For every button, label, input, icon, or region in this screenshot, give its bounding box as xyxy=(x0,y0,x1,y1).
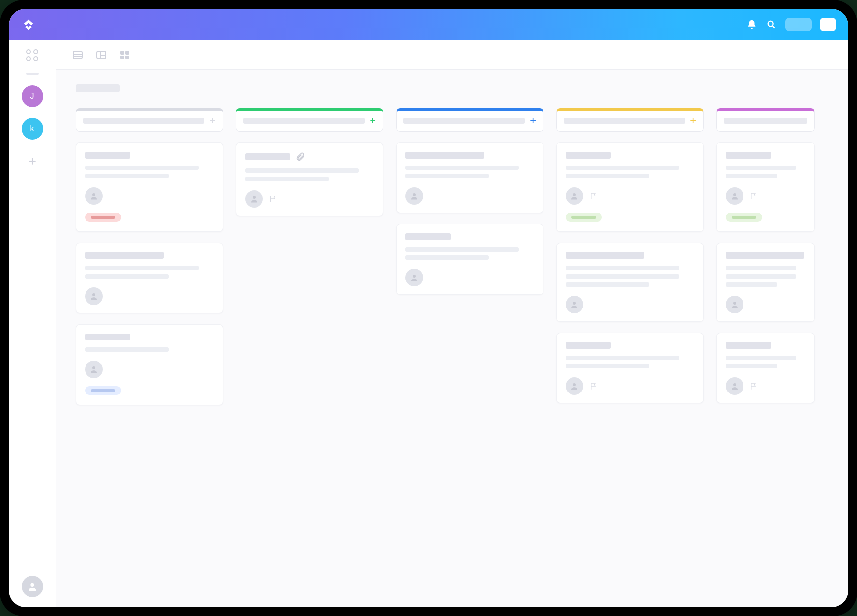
column-title-placeholder xyxy=(83,118,204,124)
list-view-button[interactable] xyxy=(71,48,85,62)
card-title-placeholder xyxy=(405,233,451,240)
board-icon xyxy=(95,49,107,61)
search-button[interactable] xyxy=(766,19,777,30)
task-card[interactable] xyxy=(396,142,543,213)
task-card[interactable] xyxy=(716,243,815,322)
assignee-avatar[interactable] xyxy=(405,269,423,286)
card-desc-placeholder xyxy=(726,266,796,270)
task-card[interactable] xyxy=(716,333,815,403)
add-workspace-button[interactable] xyxy=(22,150,43,172)
assignee-avatar[interactable] xyxy=(245,190,263,208)
svg-point-26 xyxy=(733,383,736,386)
card-tag xyxy=(85,386,121,395)
svg-point-16 xyxy=(92,293,95,296)
priority-flag xyxy=(749,192,758,200)
task-card[interactable] xyxy=(76,324,223,405)
card-desc-placeholder xyxy=(405,166,519,170)
svg-point-19 xyxy=(413,193,416,196)
flag-icon xyxy=(749,382,758,391)
task-card[interactable] xyxy=(396,224,543,295)
topbar-pill[interactable] xyxy=(785,18,812,31)
card-desc-placeholder xyxy=(566,274,679,279)
svg-point-24 xyxy=(733,193,736,196)
card-desc-placeholder xyxy=(726,364,777,368)
add-card-button[interactable]: + xyxy=(209,115,216,126)
user-icon xyxy=(410,192,419,200)
card-desc-placeholder xyxy=(726,274,796,279)
add-card-button[interactable]: + xyxy=(530,115,536,126)
card-desc-placeholder xyxy=(566,174,649,178)
card-title-placeholder xyxy=(85,334,130,340)
assignee-avatar[interactable] xyxy=(566,377,583,395)
task-card[interactable] xyxy=(76,243,223,313)
card-desc-placeholder xyxy=(85,174,169,178)
flag-icon xyxy=(589,192,598,200)
user-icon xyxy=(570,382,579,391)
assignee-avatar[interactable] xyxy=(405,187,423,205)
list-icon xyxy=(72,49,84,61)
grid-view-button[interactable] xyxy=(118,48,132,62)
task-card[interactable] xyxy=(556,333,704,403)
column-title-placeholder xyxy=(724,118,807,124)
dot-icon xyxy=(33,56,38,61)
card-desc-placeholder xyxy=(85,166,199,170)
board-view-button[interactable] xyxy=(94,48,108,62)
card-desc-placeholder xyxy=(405,174,489,178)
assignee-avatar[interactable] xyxy=(85,287,103,305)
user-icon xyxy=(730,300,739,309)
task-card[interactable] xyxy=(236,142,383,216)
card-tag xyxy=(85,213,121,222)
assignee-avatar[interactable] xyxy=(85,361,103,378)
grid-icon xyxy=(119,49,131,61)
current-user-avatar[interactable] xyxy=(22,576,43,597)
column-header[interactable]: + xyxy=(236,108,383,132)
notifications-button[interactable] xyxy=(746,19,758,30)
card-desc-placeholder xyxy=(85,347,169,352)
workspace-initial: k xyxy=(30,124,34,133)
workspace-initial: J xyxy=(30,92,34,101)
card-desc-placeholder xyxy=(245,177,329,181)
svg-point-0 xyxy=(768,21,773,27)
card-tag xyxy=(566,213,602,222)
assignee-avatar[interactable] xyxy=(566,187,583,205)
topbar-button[interactable] xyxy=(820,18,836,31)
assignee-avatar[interactable] xyxy=(85,187,103,205)
user-icon xyxy=(89,365,98,374)
card-title-placeholder xyxy=(85,152,130,159)
main-area: ++++ xyxy=(56,40,848,607)
user-icon xyxy=(570,192,579,200)
task-card[interactable] xyxy=(716,142,815,232)
card-desc-placeholder xyxy=(405,255,489,260)
add-card-button[interactable]: + xyxy=(370,115,376,126)
task-card[interactable] xyxy=(556,142,704,232)
add-card-button[interactable]: + xyxy=(690,115,696,126)
assignee-avatar[interactable] xyxy=(726,187,743,205)
column-header[interactable]: + xyxy=(556,108,704,132)
user-icon xyxy=(730,192,739,200)
column-title-placeholder xyxy=(564,118,685,124)
card-title-placeholder xyxy=(726,152,771,159)
app-body: J k xyxy=(9,40,848,607)
assignee-avatar[interactable] xyxy=(566,296,583,313)
column-header[interactable]: + xyxy=(396,108,543,132)
card-tag xyxy=(726,213,762,222)
workspace-avatar[interactable]: k xyxy=(22,118,43,140)
column-header[interactable] xyxy=(716,108,815,132)
home-grid-button[interactable] xyxy=(26,49,39,62)
plus-icon xyxy=(28,156,37,166)
card-title-placeholder xyxy=(566,342,611,349)
svg-rect-5 xyxy=(73,51,82,59)
card-title-placeholder xyxy=(726,252,804,259)
column-header[interactable]: + xyxy=(76,108,223,132)
task-card[interactable] xyxy=(76,142,223,232)
card-desc-placeholder xyxy=(566,364,649,368)
task-card[interactable] xyxy=(556,243,704,322)
workspace-avatar[interactable]: J xyxy=(22,85,43,107)
assignee-avatar[interactable] xyxy=(726,296,743,313)
app-logo[interactable] xyxy=(21,17,36,32)
priority-flag xyxy=(589,382,598,391)
assignee-avatar[interactable] xyxy=(726,377,743,395)
sidebar: J k xyxy=(9,40,56,607)
svg-point-25 xyxy=(733,302,736,305)
card-desc-placeholder xyxy=(566,166,679,170)
